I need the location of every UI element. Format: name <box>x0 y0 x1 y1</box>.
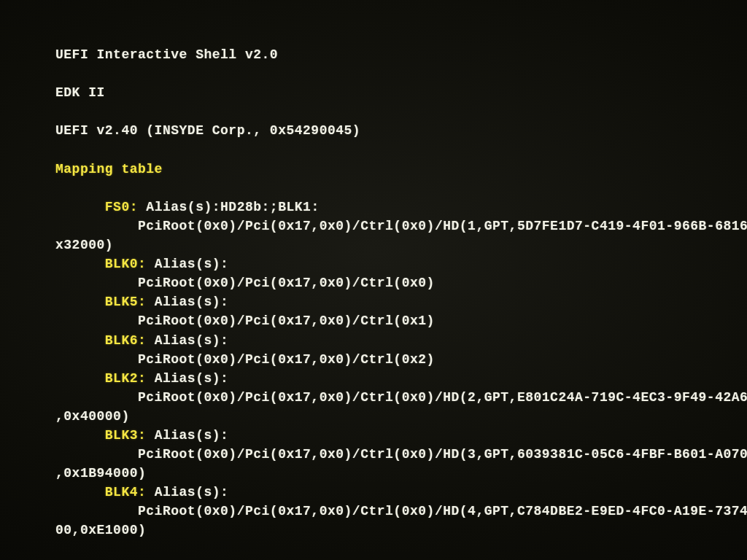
device-path: PciRoot(0x0)/Pci(0x17,0x0)/Ctrl(0x0)/HD(… <box>55 388 747 407</box>
header-line-1: UEFI Interactive Shell v2.0 <box>55 45 747 64</box>
device-path-continuation: 00,0xE1000) <box>55 521 747 540</box>
device-alias: Alias(s): <box>155 428 229 443</box>
device-path-continuation: ,0x40000) <box>55 407 747 426</box>
device-alias: Alias(s): <box>155 295 229 309</box>
header-line-2: EDK II <box>55 83 747 102</box>
device-path: PciRoot(0x0)/Pci(0x17,0x0)/Ctrl(0x0) <box>55 273 747 292</box>
device-path: PciRoot(0x0)/Pci(0x17,0x0)/Ctrl(0x0)/HD(… <box>55 217 747 236</box>
device-alias: Alias(s): <box>155 485 229 499</box>
device-path: PciRoot(0x0)/Pci(0x17,0x0)/Ctrl(0x0)/HD(… <box>55 502 747 521</box>
device-path-continuation: x32000) <box>55 236 747 254</box>
device-path-continuation: ,0x1B94000) <box>55 464 747 483</box>
device-name: BLK4: <box>105 485 147 499</box>
device-entry-header: FS0: Alias(s):HD28b:;BLK1: <box>55 198 747 217</box>
device-entry-header: BLK5: Alias(s): <box>55 292 747 311</box>
device-name: BLK0: <box>105 257 147 271</box>
device-path: PciRoot(0x0)/Pci(0x17,0x0)/Ctrl(0x1) <box>55 311 747 330</box>
device-entry-header: BLK0: Alias(s): <box>55 254 747 273</box>
device-alias: Alias(s): <box>155 257 229 271</box>
device-path: PciRoot(0x0)/Pci(0x17,0x0)/Ctrl(0x2) <box>55 350 747 369</box>
uefi-shell-screen[interactable]: UEFI Interactive Shell v2.0 EDK II UEFI … <box>0 0 747 560</box>
device-name: BLK3: <box>105 428 147 443</box>
device-alias: Alias(s): <box>155 333 229 348</box>
device-alias: Alias(s):HD28b:;BLK1: <box>146 200 319 214</box>
mapping-table-label: Mapping table <box>55 160 747 179</box>
device-name: BLK6: <box>105 333 147 348</box>
device-name: FS0: <box>105 200 138 214</box>
device-alias: Alias(s): <box>155 371 229 386</box>
device-path: PciRoot(0x0)/Pci(0x17,0x0)/Ctrl(0x0)/HD(… <box>55 445 747 464</box>
header-line-3: UEFI v2.40 (INSYDE Corp., 0x54290045) <box>55 121 747 140</box>
device-entry-header: BLK2: Alias(s): <box>55 369 747 388</box>
device-entry-header: BLK6: Alias(s): <box>55 331 747 350</box>
device-entry-header: BLK3: Alias(s): <box>55 426 747 445</box>
device-entry-header: BLK4: Alias(s): <box>55 483 747 502</box>
device-name: BLK2: <box>105 371 147 386</box>
device-name: BLK5: <box>105 295 147 309</box>
